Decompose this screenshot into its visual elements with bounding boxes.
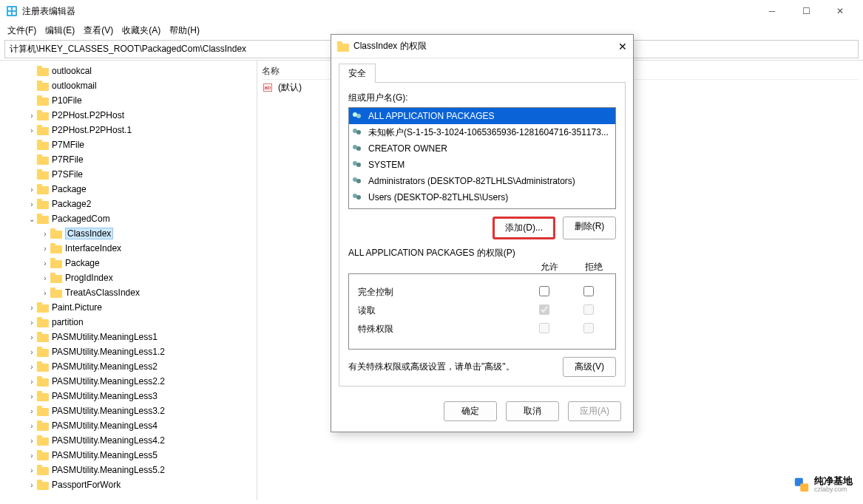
menu-file[interactable]: 文件(F) <box>4 23 39 38</box>
folder-icon <box>37 332 49 342</box>
maximize-button[interactable]: ☐ <box>789 0 823 22</box>
chevron-icon[interactable]: › <box>27 422 37 430</box>
chevron-icon[interactable]: › <box>27 348 37 356</box>
watermark: 纯净基地 czlaby.com <box>793 476 853 494</box>
tree-item-label: P7RFile <box>52 154 84 165</box>
menu-view[interactable]: 查看(V) <box>81 23 116 38</box>
tree-item[interactable]: ›PASMUtility.MeaningLess3.2 <box>0 403 257 418</box>
tree-item[interactable]: ›Package <box>0 182 257 197</box>
menu-edit[interactable]: 编辑(E) <box>42 23 78 38</box>
chevron-icon[interactable]: › <box>27 200 37 208</box>
tree-item-label: P7MFile <box>52 140 84 150</box>
tree-item-label: PassportForWork <box>52 480 121 490</box>
chevron-icon[interactable]: › <box>40 230 50 238</box>
chevron-icon[interactable]: › <box>40 245 50 253</box>
group-item[interactable]: 未知帐户(S-1-15-3-1024-1065365936-1281604716… <box>349 124 615 140</box>
chevron-icon[interactable]: › <box>40 259 50 268</box>
tree-item[interactable]: ⌄PackagedCom <box>0 211 257 226</box>
column-name[interactable]: 名称 <box>262 65 280 78</box>
group-item[interactable]: SYSTEM <box>349 157 615 173</box>
tab-security[interactable]: 安全 <box>339 64 376 83</box>
chevron-icon[interactable]: › <box>27 481 37 489</box>
chevron-icon[interactable]: ⌄ <box>27 215 37 223</box>
chevron-icon[interactable]: › <box>27 363 37 371</box>
remove-button[interactable]: 删除(R) <box>563 217 616 239</box>
tree-item[interactable]: P7SFile <box>0 167 257 182</box>
tree-item[interactable]: ›PASMUtility.MeaningLess2.2 <box>0 374 257 389</box>
tree-item[interactable]: ›PASMUtility.MeaningLess3 <box>0 389 257 403</box>
tree-item[interactable]: ›PASMUtility.MeaningLess5.2 <box>0 463 257 477</box>
tree-item[interactable]: ›PASMUtility.MeaningLess1.2 <box>0 344 257 359</box>
dialog-close-button[interactable]: ✕ <box>618 41 627 52</box>
chevron-icon[interactable]: › <box>27 452 37 460</box>
menu-help[interactable]: 帮助(H) <box>166 23 203 38</box>
chevron-icon[interactable]: › <box>27 437 37 445</box>
svg-rect-3 <box>8 12 11 15</box>
tree-item[interactable]: outlookcal <box>0 64 257 78</box>
chevron-icon[interactable]: › <box>27 112 37 120</box>
folder-icon <box>37 480 49 490</box>
group-item[interactable]: CREATOR OWNER <box>349 140 615 157</box>
menu-fav[interactable]: 收藏夹(A) <box>119 23 163 38</box>
tree-item-label: Package2 <box>52 199 91 209</box>
chevron-icon[interactable]: › <box>40 289 50 297</box>
group-label: Users (DESKTOP-82TLHLS\Users) <box>368 192 508 202</box>
tree-item[interactable]: ›PASMUtility.MeaningLess5 <box>0 448 257 463</box>
tree-item[interactable]: P7MFile <box>0 137 257 152</box>
permission-row: 读取 <box>353 304 611 317</box>
tree-item[interactable]: outlookmail <box>0 78 257 93</box>
tree-item[interactable]: P7RFile <box>0 152 257 167</box>
chevron-icon[interactable]: › <box>27 407 37 415</box>
tab-panel: 组或用户名(G): ALL APPLICATION PACKAGES未知帐户(S… <box>339 82 626 386</box>
chevron-icon[interactable]: › <box>27 466 37 474</box>
tree-item[interactable]: ›PASMUtility.MeaningLess4.2 <box>0 433 257 448</box>
tree-item-label: PASMUtility.MeaningLess4.2 <box>52 435 165 446</box>
string-value-icon: ab <box>262 82 274 94</box>
tree-item[interactable]: ›ClassIndex <box>0 226 257 241</box>
advanced-hint: 有关特殊权限或高级设置，请单击"高级"。 <box>348 361 563 373</box>
registry-tree[interactable]: outlookcaloutlookmailP10File›P2PHost.P2P… <box>0 61 257 500</box>
minimize-button[interactable]: ─ <box>755 0 789 22</box>
tree-item[interactable]: ›PassportForWork <box>0 477 257 492</box>
tree-item-label: PASMUtility.MeaningLess2.2 <box>52 376 165 386</box>
tree-item[interactable]: ›Package2 <box>0 197 257 211</box>
apply-button[interactable]: 应用(A) <box>568 401 621 421</box>
chevron-icon[interactable]: › <box>27 185 37 194</box>
cancel-button[interactable]: 取消 <box>506 401 559 421</box>
chevron-icon[interactable]: › <box>27 378 37 386</box>
tree-item[interactable]: ›Paint.Picture <box>0 300 257 315</box>
tree-item-label: PASMUtility.MeaningLess1 <box>52 332 158 342</box>
tree-item[interactable]: ›PASMUtility.MeaningLess1 <box>0 330 257 344</box>
tree-item[interactable]: ›P2PHost.P2PHost <box>0 108 257 123</box>
group-item[interactable]: ALL APPLICATION PACKAGES <box>349 108 615 124</box>
tree-item-label: PASMUtility.MeaningLess5.2 <box>52 465 165 475</box>
tree-item[interactable]: ›PASMUtility.MeaningLess2 <box>0 359 257 374</box>
tree-item-label: PASMUtility.MeaningLess2 <box>52 361 158 372</box>
folder-icon <box>37 302 49 313</box>
tree-item[interactable]: ›TreatAsClassIndex <box>0 285 257 300</box>
tree-item[interactable]: ›PASMUtility.MeaningLess4 <box>0 418 257 433</box>
chevron-icon[interactable]: › <box>40 274 50 282</box>
chevron-icon[interactable]: › <box>27 319 37 327</box>
group-listbox[interactable]: ALL APPLICATION PACKAGES未知帐户(S-1-15-3-10… <box>348 107 616 209</box>
group-item[interactable]: Users (DESKTOP-82TLHLS\Users) <box>349 189 615 205</box>
chevron-icon[interactable]: › <box>27 304 37 312</box>
deny-checkbox[interactable] <box>583 286 594 296</box>
tree-item[interactable]: P10File <box>0 93 257 108</box>
tree-item[interactable]: ›ProgIdIndex <box>0 270 257 285</box>
ok-button[interactable]: 确定 <box>444 401 497 421</box>
allow-checkbox[interactable] <box>539 286 549 296</box>
tree-item[interactable]: ›Package <box>0 256 257 270</box>
tree-item-label: P2PHost.P2PHost <box>52 110 124 120</box>
chevron-icon[interactable]: › <box>27 333 37 341</box>
tree-item[interactable]: ›P2PHost.P2PHost.1 <box>0 123 257 137</box>
chevron-icon[interactable]: › <box>27 126 37 134</box>
tree-item[interactable]: ›partition <box>0 315 257 330</box>
close-button[interactable]: ✕ <box>823 0 857 22</box>
advanced-button[interactable]: 高级(V) <box>563 357 616 377</box>
folder-icon <box>50 273 62 283</box>
tree-item[interactable]: ›InterfaceIndex <box>0 241 257 256</box>
add-button[interactable]: 添加(D)... <box>493 217 555 239</box>
group-item[interactable]: Administrators (DESKTOP-82TLHLS\Administ… <box>349 173 615 189</box>
chevron-icon[interactable]: › <box>27 392 37 401</box>
